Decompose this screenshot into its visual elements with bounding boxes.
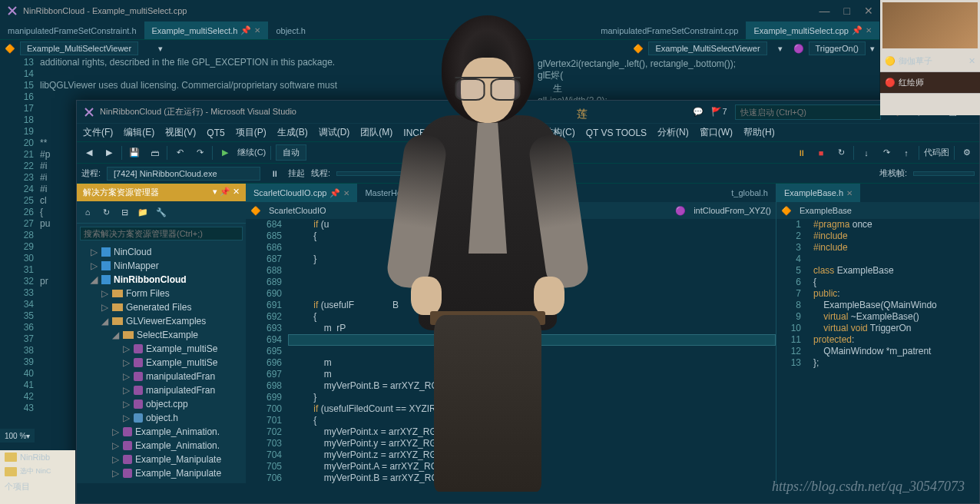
tree-item[interactable]: ▷Generated Files xyxy=(77,300,246,314)
tree-item[interactable]: ◢SelectExample xyxy=(77,328,246,342)
tree-item[interactable]: ▷Example_multiSe xyxy=(77,342,246,356)
tab-multiselect-h[interactable]: Example_multiSelect.h📌✕ xyxy=(144,22,269,39)
show-all-icon[interactable]: 📁 xyxy=(135,204,151,220)
menu-item[interactable]: 窗口(W) xyxy=(700,126,733,139)
step-out-icon[interactable]: ↑ xyxy=(899,145,914,161)
suspend-icon[interactable]: ⏸ xyxy=(267,166,282,181)
pin-icon[interactable]: 📌 xyxy=(329,188,340,198)
tree-item[interactable]: ▷Example_multiSe xyxy=(77,356,246,370)
process-combo[interactable]: [7424] NinRibbonCloud.exe xyxy=(107,167,260,181)
pause-icon[interactable]: ⏸ xyxy=(793,145,809,161)
nav-method-combo[interactable]: TriggerOn() xyxy=(809,41,866,55)
tree-item[interactable]: ◢NinRibbonCloud xyxy=(77,273,246,287)
minimize-button[interactable]: — xyxy=(819,5,830,17)
solution-tree[interactable]: ▷NinCloud▷NinMapper◢NinRibbonCloud▷Form … xyxy=(77,244,246,483)
menu-item[interactable]: 帮助(H) xyxy=(743,126,775,139)
process-label: 进程: xyxy=(81,167,101,179)
zoom-control[interactable]: 100 % ▾ xyxy=(0,429,35,443)
watermark-text: https://blog.csdn.net/qq_30547073 xyxy=(772,479,965,495)
favicon-icon: 🟡 xyxy=(885,56,896,66)
tree-item[interactable]: ◢GLViewerExamples xyxy=(77,314,246,328)
tree-item[interactable]: ▷Form Files xyxy=(77,287,246,300)
right-code[interactable]: 12345678910111213 #pragma once#include#i… xyxy=(776,219,979,483)
notification-icon[interactable]: 💬 xyxy=(693,107,704,117)
folder-item[interactable]: 选中 NinC xyxy=(0,464,75,479)
close-icon[interactable]: ✕ xyxy=(968,56,975,66)
menu-item[interactable]: 调试(D) xyxy=(319,126,350,139)
undo-icon[interactable]: ↶ xyxy=(172,145,187,161)
right-lines[interactable]: #pragma once#include#includeclass Exampl… xyxy=(807,219,979,483)
tree-item[interactable]: ▷object.cpp xyxy=(77,397,246,411)
code-map-button[interactable]: 代码图 xyxy=(924,147,949,158)
solution-explorer-title: 解决方案资源管理器 ▾ 📌 ✕ xyxy=(77,184,246,201)
home-icon[interactable]: ⌂ xyxy=(80,204,95,220)
pin-icon[interactable]: 📌 xyxy=(240,25,251,35)
close-button[interactable]: ✕ xyxy=(864,5,873,17)
step-into-icon[interactable]: ↓ xyxy=(859,145,874,161)
tree-item[interactable]: ▷NinCloud xyxy=(77,245,246,259)
pin-icon[interactable]: 📌 xyxy=(852,25,862,35)
tab-scarlet-io[interactable]: ScarletCloudIO.cpp 📌 ✕ xyxy=(246,184,357,202)
redo-icon[interactable]: ↷ xyxy=(192,145,207,161)
tree-item[interactable]: ▷Example_Animation. xyxy=(77,439,246,453)
menu-item[interactable]: 团队(M) xyxy=(360,126,392,139)
step-over-icon[interactable]: ↷ xyxy=(879,145,894,161)
nav-fwd-icon[interactable]: ▶ xyxy=(101,145,117,161)
menu-item[interactable]: 视图(V) xyxy=(165,126,196,139)
quick-launch-input[interactable] xyxy=(735,104,881,120)
save-icon[interactable]: 💾 xyxy=(127,145,142,161)
close-icon[interactable]: ✕ xyxy=(233,187,240,196)
stop-icon[interactable]: ■ xyxy=(813,145,829,161)
stack-label: 堆栈帧: xyxy=(879,167,907,179)
tree-item[interactable]: ▷object.h xyxy=(77,411,246,425)
solution-search-input[interactable] xyxy=(80,227,243,240)
stack-combo[interactable] xyxy=(913,171,975,176)
tool-icon[interactable]: ⚙ xyxy=(959,145,975,161)
nav-class-combo[interactable]: Example_MultiSelectViewer xyxy=(20,41,138,55)
continue-label[interactable]: 继续(C) xyxy=(237,147,266,158)
tab-examplebase-h[interactable]: ExampleBase.h ✕ xyxy=(776,184,860,202)
tree-item[interactable]: ▷Example_Animation. xyxy=(77,425,246,439)
tab-constraint-cpp[interactable]: manipulatedFrameSetConstraint.cpp xyxy=(593,22,746,39)
close-icon[interactable]: ✕ xyxy=(254,26,260,35)
collapse-icon[interactable]: ⊟ xyxy=(117,204,132,220)
tree-item[interactable]: ▷Example_Manipulate xyxy=(77,453,246,466)
desktop-mascot-character[interactable]: 莲 xyxy=(392,15,584,492)
menu-item[interactable]: QT VS TOOLS xyxy=(586,128,647,138)
nav-class[interactable]: ScarletCloudIO xyxy=(269,206,326,215)
restart-icon[interactable]: ↻ xyxy=(833,145,849,161)
menu-item[interactable]: 项目(P) xyxy=(236,126,267,139)
tab-constraint-h[interactable]: manipulatedFrameSetConstraint.h xyxy=(0,22,144,39)
menu-item[interactable]: QT5 xyxy=(207,128,224,138)
tree-item[interactable]: ▷manipulatedFran xyxy=(77,370,246,383)
properties-icon[interactable]: 🔧 xyxy=(154,204,169,220)
nav-back-icon[interactable]: ◀ xyxy=(81,145,97,161)
browser-tab-dark[interactable]: 🔴 红绘师 xyxy=(880,72,980,94)
menu-item[interactable]: 生成(B) xyxy=(277,126,308,139)
break-mode-combo[interactable]: 自动 xyxy=(276,144,306,161)
menu-item[interactable]: 分析(N) xyxy=(657,126,689,139)
close-icon[interactable]: ✕ xyxy=(866,26,872,35)
tab-object-h[interactable]: object.h xyxy=(268,22,313,39)
close-icon[interactable]: ✕ xyxy=(343,189,349,197)
maximize-button[interactable]: □ xyxy=(844,5,850,17)
continue-icon[interactable]: ▶ xyxy=(217,145,233,161)
nav-class-combo-r[interactable]: Example_MultiSelectViewer xyxy=(648,41,766,55)
dropdown-icon[interactable]: ▾ xyxy=(213,187,217,196)
feedback-icon[interactable]: 🚩7 xyxy=(711,107,727,117)
nav-class[interactable]: ExampleBase xyxy=(800,206,852,215)
tab-multiselect-cpp[interactable]: Example_multiSelect.cpp📌✕ xyxy=(746,22,879,39)
save-all-icon[interactable]: 🗃 xyxy=(147,145,162,161)
folder-item[interactable]: NinRibb xyxy=(0,450,75,464)
menu-item[interactable]: 文件(F) xyxy=(83,126,113,139)
tree-item[interactable]: ▷manipulatedFran xyxy=(77,383,246,397)
tree-item[interactable]: ▷Example_Manipulate xyxy=(77,466,246,480)
close-icon[interactable]: ✕ xyxy=(846,189,853,197)
browser-tab[interactable]: 🟡 御伽草子 ✕ xyxy=(880,51,980,72)
pin-icon[interactable]: 📌 xyxy=(220,187,230,196)
tree-item[interactable]: ▷NinMapper xyxy=(77,259,246,273)
tab-global-h[interactable]: t_global.h xyxy=(723,184,776,202)
menu-item[interactable]: 编辑(E) xyxy=(124,126,154,139)
refresh-icon[interactable]: ↻ xyxy=(98,204,114,220)
nav-method[interactable]: intCloudFrom_XYZ() xyxy=(694,206,771,215)
